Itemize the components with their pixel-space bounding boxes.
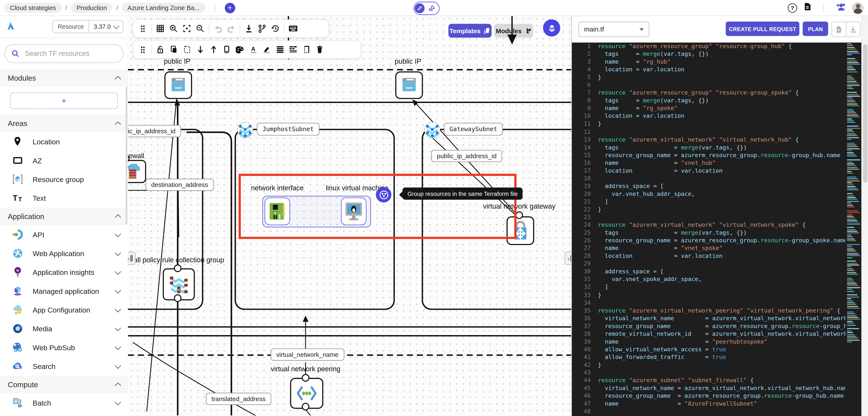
plan-button[interactable]: PLAN	[803, 22, 828, 36]
fit-view-icon[interactable]	[182, 24, 191, 33]
duplicate-icon[interactable]	[169, 45, 178, 54]
virtual-network-name-label[interactable]: virtual_network_name	[271, 349, 344, 361]
file-select[interactable]: main.tf	[578, 22, 649, 37]
frame-icon[interactable]	[222, 45, 231, 54]
destination-address-label[interactable]: destination_address	[146, 179, 214, 191]
zoom-out-icon[interactable]	[195, 24, 205, 33]
git-branch-icon[interactable]	[257, 24, 267, 33]
public-ip-2-node[interactable]	[395, 71, 423, 99]
sidebar-item-application-insights[interactable]: Application insights	[0, 263, 128, 282]
code-editor[interactable]: 1resource "azurerm_resource_group" "reso…	[572, 42, 862, 416]
drag-handle-icon[interactable]	[138, 45, 147, 54]
sidebar-item-managed-application[interactable]: Managed application	[0, 282, 128, 300]
sidebar-item-web-pubsub[interactable]: Web PubSub	[0, 338, 128, 357]
sidebar-item-search[interactable]: Search	[0, 357, 128, 376]
distribute-rows-icon[interactable]	[288, 45, 298, 54]
chevron-down-icon[interactable]	[115, 362, 121, 369]
pip-attr-2-label[interactable]: public_ip_address_id	[431, 150, 502, 162]
vn-peering-node[interactable]	[290, 378, 323, 409]
delete-icon[interactable]	[315, 45, 324, 54]
chevron-down-icon[interactable]	[115, 230, 121, 237]
code-line: 37 resource_group_name = azurerm_resourc…	[572, 322, 862, 329]
chevron-down-icon[interactable]	[115, 287, 121, 293]
layers-button[interactable]	[543, 20, 560, 37]
download-code-button[interactable]	[846, 22, 860, 37]
breadcrumb-org[interactable]: Cloud strategies	[4, 3, 62, 13]
keyboard-icon[interactable]	[288, 24, 298, 33]
chevron-down-icon[interactable]	[115, 343, 121, 350]
chevron-down-icon[interactable]	[115, 399, 121, 405]
avatar[interactable]	[852, 2, 864, 13]
code-line: 20 var.vnet_hub_addr_space,	[572, 190, 862, 197]
section-compute[interactable]: Compute	[0, 376, 128, 393]
help-icon[interactable]: ?	[788, 3, 797, 12]
templates-button[interactable]: Templates	[448, 24, 492, 38]
undo-icon[interactable]	[213, 24, 222, 33]
public-ip-1-node[interactable]	[164, 71, 192, 99]
sidebar-item-media[interactable]: Media	[0, 319, 128, 338]
new-architecture-button[interactable]: +	[224, 3, 235, 13]
design-deploy-toggle[interactable]	[413, 2, 439, 15]
chevron-down-icon[interactable]	[115, 268, 121, 275]
text-color-icon[interactable]: A	[249, 45, 258, 54]
create-pull-request-button[interactable]: CREATE PULL REQUEST	[726, 22, 799, 36]
sidebar-item-text[interactable]: TT Text	[0, 189, 128, 207]
drag-handle-icon[interactable]	[138, 24, 147, 33]
sidebar-item-resource-group[interactable]: Resource group	[0, 170, 128, 189]
sidebar-item-location[interactable]: Location	[0, 132, 128, 151]
docs-icon[interactable]	[803, 2, 812, 13]
sidebar-item-web-application[interactable]: Web Application	[0, 244, 128, 263]
search-input[interactable]	[24, 49, 115, 58]
chevron-down-icon[interactable]	[115, 325, 121, 331]
grid-icon[interactable]	[155, 24, 165, 33]
provider-version-select[interactable]: 3.37.0	[89, 20, 124, 33]
search-cloud-icon	[11, 360, 24, 373]
sidebar-item-app-configuration[interactable]: App Configuration	[0, 300, 128, 319]
zoom-in-icon[interactable]	[169, 24, 178, 33]
code-line: 13resource "azurerm_virtual_network" "vi…	[572, 135, 862, 143]
group-resources-button[interactable]	[376, 187, 392, 202]
export-file-button[interactable]	[832, 22, 846, 37]
translated-address-label[interactable]: translated_address	[206, 393, 271, 405]
add-module-button[interactable]: +	[10, 92, 118, 109]
section-modules[interactable]: Modules	[0, 69, 128, 87]
subnet-1-label[interactable]: JumphostSubnet	[257, 123, 319, 136]
breadcrumb-architecture[interactable]: Azure Landing Zone Ba...	[122, 3, 205, 13]
section-application[interactable]: Application	[0, 207, 128, 225]
highlighter-icon[interactable]	[262, 45, 271, 54]
download-icon[interactable]	[244, 24, 253, 33]
align-lines-icon[interactable]	[275, 45, 284, 54]
pip-attr-1-label[interactable]: public_ip_address_id	[128, 125, 181, 137]
collapse-right-panel-button[interactable]: ›	[564, 252, 571, 265]
container-icon[interactable]	[302, 45, 311, 54]
chevron-down-icon[interactable]	[115, 249, 121, 255]
sidebar-item-api[interactable]: API	[0, 225, 128, 244]
lock-icon[interactable]	[155, 45, 165, 54]
send-backward-icon[interactable]	[195, 45, 205, 54]
color-palette-icon[interactable]	[235, 45, 245, 54]
history-icon[interactable]	[271, 24, 280, 33]
design-mode-pencil-icon[interactable]	[414, 3, 425, 13]
firewall-node[interactable]	[128, 160, 146, 183]
select-area-icon[interactable]	[182, 45, 191, 54]
code-line: 30 address_space = [	[572, 267, 862, 275]
collapse-left-panel-button[interactable]: ‹	[128, 252, 135, 265]
modules-button[interactable]: Modules	[494, 24, 533, 38]
section-areas[interactable]: Areas	[0, 115, 128, 132]
sidebar-item-containers[interactable]: Containers	[0, 412, 128, 416]
invite-user-icon[interactable]	[835, 3, 846, 13]
subnet-2-label[interactable]: GatewaySubnet	[444, 123, 503, 136]
sidebar-item-az[interactable]: AZ	[0, 151, 128, 170]
editor-scrollbar[interactable]	[861, 15, 868, 416]
sidebar-item-batch[interactable]: Batch	[0, 393, 128, 412]
chevron-down-icon[interactable]	[115, 306, 121, 312]
bring-forward-icon[interactable]	[209, 45, 218, 54]
fw-policy-node[interactable]	[163, 268, 195, 300]
scrollbar-thumb[interactable]	[863, 44, 868, 183]
deploy-mode-rocket-icon[interactable]	[425, 5, 439, 11]
redo-icon[interactable]	[226, 24, 236, 33]
diagram-canvas[interactable]: A Templates Modules public IP public IP …	[128, 15, 571, 416]
breadcrumb-project[interactable]: Production	[71, 3, 113, 13]
sidebar-scrollbar[interactable]	[126, 86, 127, 225]
minimap[interactable]	[845, 42, 862, 416]
